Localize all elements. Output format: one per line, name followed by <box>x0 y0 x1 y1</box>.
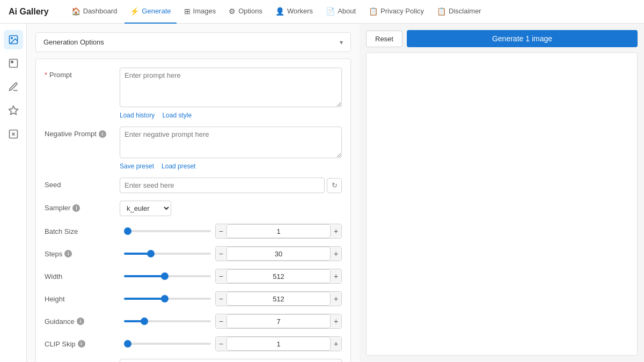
guidance-decrement[interactable]: − <box>216 314 226 328</box>
guidance-row: Guidance i − + <box>45 314 342 329</box>
generate-button[interactable]: Generate 1 image <box>407 30 638 47</box>
steps-decrement[interactable]: − <box>216 247 226 261</box>
seed-refresh-button[interactable]: ↻ <box>327 178 342 193</box>
steps-value[interactable] <box>226 247 331 261</box>
height-row: Height − + <box>45 291 342 306</box>
nav-images[interactable]: ⊞ Images <box>179 0 222 24</box>
sampler-label: Sampler i <box>45 201 120 212</box>
height-value[interactable] <box>226 292 331 306</box>
clip-skip-increment[interactable]: + <box>331 337 341 351</box>
steps-increment[interactable]: + <box>331 247 341 261</box>
clip-skip-decrement[interactable]: − <box>216 337 226 351</box>
generation-options-header[interactable]: Generation Options ▾ <box>35 32 351 52</box>
height-label: Height <box>45 295 120 303</box>
nav-about[interactable]: 📄 About <box>320 0 361 24</box>
model-row: Model i ICBINP - I Can't Believe I ▾ <box>45 359 342 362</box>
sidebar-item-enhance[interactable] <box>4 124 23 144</box>
sidebar-item-generate[interactable] <box>4 30 23 49</box>
guidance-slider[interactable] <box>124 320 211 322</box>
width-control: − + <box>215 269 342 284</box>
negative-prompt-label: Negative Prompt i <box>45 127 120 138</box>
guidance-value[interactable] <box>226 314 331 328</box>
prompt-label: * Prompt <box>45 68 120 79</box>
seed-field-content: ↻ <box>120 178 342 193</box>
load-history-link[interactable]: Load history <box>120 112 155 119</box>
clip-skip-slider[interactable] <box>124 343 211 345</box>
width-slider[interactable] <box>124 275 211 277</box>
seed-label: Seed <box>45 178 120 189</box>
load-style-link[interactable]: Load style <box>162 112 192 119</box>
height-increment[interactable]: + <box>331 292 341 306</box>
batch-size-slider[interactable] <box>124 230 211 232</box>
load-preset-link[interactable]: Load preset <box>162 162 195 170</box>
steps-slider-wrap: − + <box>124 246 342 261</box>
batch-size-label: Batch Size <box>45 227 120 235</box>
right-panel: Reset Generate 1 image <box>360 24 644 362</box>
clip-skip-row: CLIP Skip i − + <box>45 336 342 351</box>
nav-privacy[interactable]: 📋 Privacy Policy <box>363 0 429 24</box>
width-value[interactable] <box>226 269 331 283</box>
guidance-slider-wrap: − + <box>124 314 342 329</box>
batch-size-control: − + <box>215 224 342 239</box>
clip-skip-control: − + <box>215 336 342 351</box>
guidance-increment[interactable]: + <box>331 314 341 328</box>
width-increment[interactable]: + <box>331 269 341 283</box>
svg-marker-4 <box>9 106 18 115</box>
nav-disclaimer[interactable]: 📋 Disclaimer <box>431 0 487 24</box>
images-nav-icon: ⊞ <box>184 7 191 16</box>
nav-options[interactable]: ⚙ Options <box>223 0 268 24</box>
steps-control: − + <box>215 246 342 261</box>
sidebar <box>0 24 27 362</box>
width-decrement[interactable]: − <box>216 269 226 283</box>
sampler-select[interactable]: k_euler k_euler_a k_dpm_2 k_lms DDIM <box>120 201 171 216</box>
batch-size-row: Batch Size − + <box>45 224 342 239</box>
left-panel: Generation Options ▾ * Prompt Load histo… <box>27 24 360 362</box>
home-icon: 🏠 <box>71 7 80 16</box>
workers-nav-icon: 👤 <box>275 7 284 16</box>
model-field-content: ICBINP - I Can't Believe I ▾ <box>120 359 342 362</box>
seed-input-wrap: ↻ <box>120 178 342 193</box>
height-decrement[interactable]: − <box>216 292 226 306</box>
negative-prompt-row: Negative Prompt i Save preset Load prese… <box>45 127 342 170</box>
negative-prompt-field-content: Save preset Load preset <box>120 127 342 170</box>
sampler-info-icon: i <box>72 204 80 212</box>
main-layout: Generation Options ▾ * Prompt Load histo… <box>0 24 644 362</box>
save-preset-link[interactable]: Save preset <box>120 162 154 170</box>
svg-rect-2 <box>9 60 17 68</box>
reset-button[interactable]: Reset <box>366 31 402 47</box>
prompt-row: * Prompt Load history Load style <box>45 68 342 119</box>
prompt-textarea[interactable] <box>120 68 342 107</box>
seed-row: Seed ↻ <box>45 178 342 193</box>
options-nav-icon: ⚙ <box>229 7 236 16</box>
negative-prompt-textarea[interactable] <box>120 127 342 158</box>
nav-dashboard[interactable]: 🏠 Dashboard <box>66 0 123 24</box>
nav-generate[interactable]: ⚡ Generate <box>125 0 176 24</box>
disclaimer-nav-icon: 📋 <box>437 7 446 16</box>
batch-size-increment[interactable]: + <box>331 224 341 238</box>
about-nav-icon: 📄 <box>326 7 335 16</box>
steps-slider[interactable] <box>124 253 211 255</box>
model-label: Model i <box>45 359 120 362</box>
batch-size-value[interactable] <box>226 224 331 238</box>
options-body: * Prompt Load history Load style Nega <box>35 58 351 362</box>
privacy-nav-icon: 📋 <box>369 7 378 16</box>
height-slider[interactable] <box>124 298 211 300</box>
guidance-label: Guidance i <box>45 317 120 326</box>
batch-size-decrement[interactable]: − <box>216 224 226 238</box>
model-select[interactable]: ICBINP - I Can't Believe I ▾ <box>120 359 342 362</box>
height-slider-wrap: − + <box>124 291 342 306</box>
negative-prompt-links: Save preset Load preset <box>120 162 342 170</box>
height-control: − + <box>215 291 342 306</box>
prompt-links: Load history Load style <box>120 112 342 119</box>
seed-input[interactable] <box>120 178 325 193</box>
right-top-controls: Reset Generate 1 image <box>366 30 638 47</box>
sidebar-item-brush[interactable] <box>4 77 23 97</box>
sidebar-item-favorites[interactable] <box>4 101 23 120</box>
sidebar-item-inpaint[interactable] <box>4 54 23 73</box>
nav-workers[interactable]: 👤 Workers <box>270 0 318 24</box>
clip-skip-value[interactable] <box>226 337 331 351</box>
guidance-info-icon: i <box>77 317 84 325</box>
prompt-field-content: Load history Load style <box>120 68 342 119</box>
steps-info-icon: i <box>64 250 72 257</box>
chevron-down-icon: ▾ <box>340 39 343 46</box>
